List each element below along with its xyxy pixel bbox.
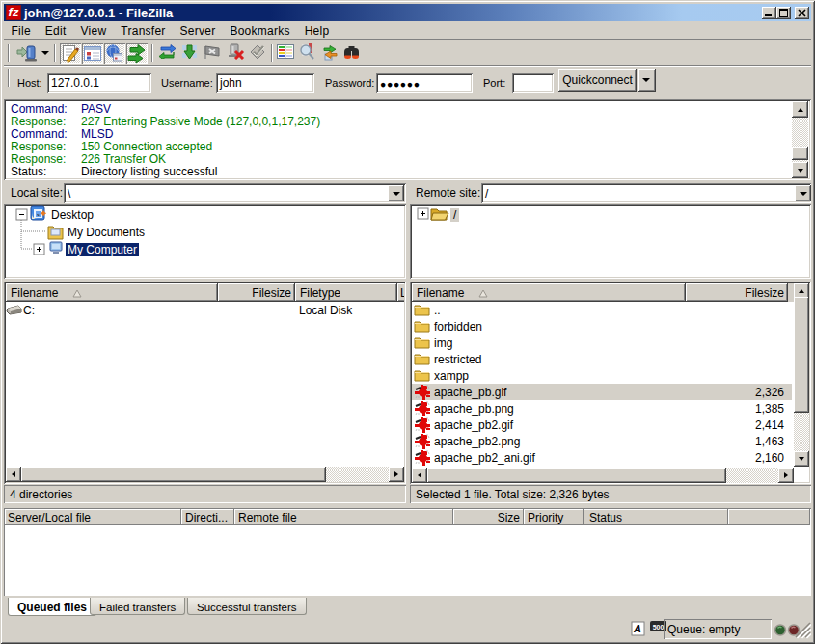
svg-text:A: A: [633, 623, 641, 634]
svg-text:500: 500: [653, 624, 665, 631]
